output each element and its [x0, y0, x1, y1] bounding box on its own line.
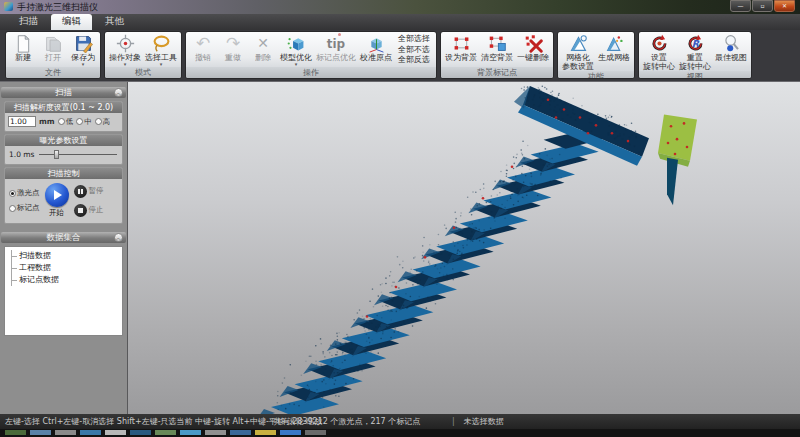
open-button[interactable]: 打开 — [38, 33, 68, 67]
taskbar-thumbnail[interactable] — [255, 430, 276, 435]
sidebar: 扫描 ︿ 扫描解析度设置(0.1 ~ 2.0) 1.00 mm 低 中 — [0, 82, 128, 414]
dataset-list: 扫描数据 工程数据 标记点数据 — [4, 246, 123, 336]
resolution-title: 扫描解析度设置(0.1 ~ 2.0) — [5, 102, 122, 113]
select-none-button[interactable]: 全部不选 — [398, 46, 430, 55]
ribbon-group-bg-markers: 设为背景 清空背景 一键删除 背景标记点 — [440, 31, 554, 79]
new-button[interactable]: 新建 — [8, 33, 38, 67]
ribbon-group-mode: 操作对象 选择工具 模式 — [104, 31, 182, 79]
pause-button[interactable]: 暂停 — [74, 185, 104, 198]
taskbar-thumbnail[interactable] — [55, 430, 76, 435]
close-button[interactable]: ✕ — [774, 0, 795, 12]
taskbar-thumbnail[interactable] — [80, 430, 101, 435]
tab-edit[interactable]: 编辑 — [51, 14, 92, 30]
resolution-option-low[interactable]: 低 — [58, 117, 74, 127]
generate-mesh-button[interactable]: 生成网格 — [596, 33, 632, 71]
save-as-icon — [74, 34, 93, 53]
scan-control-title: 扫描控制 — [5, 168, 122, 179]
taskbar-thumbnail[interactable] — [130, 430, 151, 435]
ribbon-group-file: 新建 打开 保存为 文件 — [5, 31, 101, 79]
select-stack: 全部选择 全部不选 全部反选 — [394, 33, 434, 67]
minimize-button[interactable]: — — [730, 0, 751, 12]
ribbon-group-label: 背景标记点 — [441, 67, 553, 78]
tip-logo-icon: tip — [327, 34, 345, 53]
taskbar-thumbnail[interactable] — [305, 430, 326, 435]
taskbar-thumbnail[interactable] — [180, 430, 201, 435]
desktop-taskbar — [0, 429, 800, 437]
select-invert-button[interactable]: 全部反选 — [398, 56, 430, 65]
save-as-button[interactable]: 保存为 — [68, 33, 98, 67]
tab-other[interactable]: 其他 — [94, 14, 135, 30]
tree-item-marker-data[interactable]: 标记点数据 — [12, 274, 122, 286]
resolution-option-high[interactable]: 高 — [95, 117, 111, 127]
resolution-input[interactable]: 1.00 — [8, 116, 36, 127]
open-file-icon — [44, 34, 63, 53]
best-view-button[interactable]: 最佳视图 — [713, 33, 749, 71]
radio-icon[interactable] — [76, 118, 83, 125]
exposure-slider[interactable] — [39, 150, 118, 159]
ribbon-group-label: 操作 — [186, 67, 436, 78]
ribbon-group-label: 文件 — [6, 67, 100, 78]
marker-point-radio[interactable]: 标记点 — [9, 203, 40, 213]
radio-icon[interactable] — [9, 190, 16, 197]
set-background-button[interactable]: 设为背景 — [443, 33, 479, 67]
tab-scan[interactable]: 扫描 — [8, 14, 49, 30]
mesh-params-button[interactable]: 网格化 参数设置 — [560, 33, 596, 71]
set-rotation-center-button[interactable]: 设置 旋转中心 — [641, 33, 677, 71]
collapse-dataset-icon[interactable]: ︿ — [114, 233, 123, 242]
radio-icon[interactable] — [95, 118, 102, 125]
window-title: 手持激光三维扫描仪 — [17, 1, 98, 14]
viewport-3d[interactable] — [128, 82, 800, 414]
laser-point-radio[interactable]: 激光点 — [9, 188, 40, 198]
taskbar-thumbnail[interactable] — [30, 430, 51, 435]
point-cloud-scene — [128, 82, 800, 414]
delete-button[interactable]: ✕ 删除 — [248, 33, 278, 67]
maximize-button[interactable]: ▫ — [752, 0, 773, 12]
one-click-delete-button[interactable]: 一键删除 — [515, 33, 551, 67]
marker-square-icon — [452, 34, 471, 53]
pause-icon — [74, 185, 87, 198]
resolution-unit: mm — [39, 117, 55, 126]
marker-optimize-button[interactable]: tip 标记点优化 — [314, 33, 358, 67]
taskbar-thumbnail[interactable] — [155, 430, 176, 435]
undo-button[interactable]: ↶ 撤销 — [188, 33, 218, 67]
operation-target-button[interactable]: 操作对象 — [107, 33, 143, 67]
reset-rotation-center-button[interactable]: R 重置 旋转中心 — [677, 33, 713, 71]
tree-item-scan-data[interactable]: 扫描数据 — [12, 250, 122, 262]
taskbar-thumbnail[interactable] — [205, 430, 226, 435]
stop-button[interactable]: 停止 — [74, 204, 104, 217]
point-counts: 共有 2839212 个激光点，217 个标记点 — [262, 414, 420, 429]
slider-thumb[interactable] — [54, 150, 59, 159]
calibrate-origin-button[interactable]: 校准原点 — [358, 33, 394, 67]
taskbar-thumbnail[interactable] — [105, 430, 126, 435]
lasso-icon — [152, 34, 171, 53]
tree-item-project-data[interactable]: 工程数据 — [12, 262, 122, 274]
collapse-scan-icon[interactable]: ︿ — [114, 88, 123, 97]
start-scan-button[interactable] — [45, 183, 69, 207]
ribbon-group-label: 视图 — [639, 71, 751, 79]
taskbar-thumbnail[interactable] — [280, 430, 301, 435]
status-bar: 左键-选择 Ctrl+左键-取消选择 Shift+左键-只选当前 中键-旋转 A… — [0, 414, 800, 429]
taskbar-thumbnail[interactable] — [230, 430, 251, 435]
marker-square-clear-icon — [488, 34, 507, 53]
resolution-option-mid[interactable]: 中 — [76, 117, 92, 127]
stop-icon — [74, 204, 87, 217]
radio-icon[interactable] — [58, 118, 65, 125]
magnifier-icon — [722, 34, 741, 53]
select-tool-button[interactable]: 选择工具 — [143, 33, 179, 67]
ribbon-group-view: 设置 旋转中心 R 重置 旋转中心 最佳视图 视图 — [638, 31, 752, 79]
redo-icon: ↷ — [226, 34, 240, 53]
window-controls: — ▫ ✕ — [730, 0, 795, 12]
redo-button[interactable]: ↷ 重做 — [218, 33, 248, 67]
scan-section-header: 扫描 ︿ — [1, 87, 126, 98]
title-bar: 手持激光三维扫描仪 — ▫ ✕ — [0, 0, 800, 14]
model-optimize-button[interactable]: 模型优化 — [278, 33, 314, 67]
resolution-group: 扫描解析度设置(0.1 ~ 2.0) 1.00 mm 低 中 高 — [4, 101, 123, 132]
taskbar-thumbnail[interactable] — [5, 430, 26, 435]
delete-markers-icon — [524, 34, 543, 53]
ribbon-group-function: 网格化 参数设置 生成网格 功能 — [557, 31, 635, 79]
clear-background-button[interactable]: 清空背景 — [479, 33, 515, 67]
radio-icon[interactable] — [9, 205, 16, 212]
rotation-center-icon — [650, 34, 669, 53]
target-icon — [116, 34, 135, 53]
select-all-button[interactable]: 全部选择 — [398, 35, 430, 44]
